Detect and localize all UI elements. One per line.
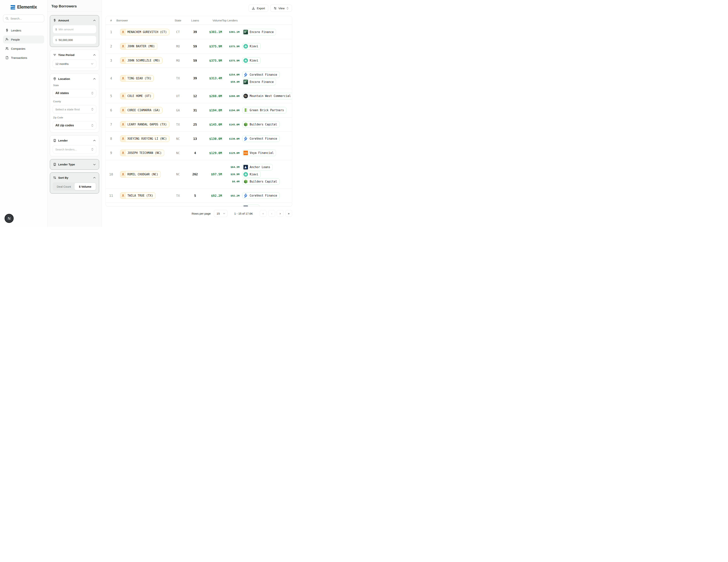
time-period-select[interactable]: 12 months xyxy=(53,60,96,68)
borrower-chip[interactable]: ROMIL CHUDGAR (NC) xyxy=(120,171,161,177)
lender-name: Voya Financial xyxy=(250,151,274,155)
column-header-borrower[interactable]: Borrower xyxy=(116,19,175,22)
loans-cell: 25 xyxy=(190,123,200,126)
lenders-cell: $145.0MBuilders Capital xyxy=(222,119,292,130)
borrower-cell: XUEYING XUEYING LI (NC) xyxy=(116,135,175,142)
borrower-chip[interactable]: JOHN BAXTER (MO) xyxy=(120,43,157,49)
lender-chip[interactable]: Encore Finance xyxy=(242,29,276,35)
loans-cell: 31 xyxy=(190,108,200,112)
lender-chip[interactable]: Builders Capital xyxy=(242,121,280,128)
sidebar-item-label: Lenders xyxy=(11,29,21,32)
pagination-buttons: « ‹ › » xyxy=(260,210,292,217)
sidebar-item-transactions[interactable]: Transactions xyxy=(3,54,44,62)
lender-line: $254.0MCoreVest Finance xyxy=(224,71,292,78)
dollar-icon xyxy=(5,29,9,32)
lenders-cell: $64.3MAnchor Loans$26.9MKiavi$6.4MBuilde… xyxy=(222,162,292,187)
sort-option-volume[interactable]: $ Volume xyxy=(75,183,96,190)
kiavi-logo xyxy=(243,44,248,49)
encore-finance-logo xyxy=(243,30,248,34)
borrower-chip[interactable]: COLE HOME (UT) xyxy=(120,93,154,99)
lender-amount: $130.0M xyxy=(224,137,239,140)
search-placeholder: Search... xyxy=(10,17,22,20)
lender-name: Encore Finance xyxy=(250,30,274,34)
borrower-chip[interactable]: XUEYING XUEYING LI (NC) xyxy=(120,135,169,142)
amount-card-header[interactable]: Amount xyxy=(53,18,96,23)
page-title: Top Borrowers xyxy=(50,0,99,12)
lender-chip[interactable]: Kiavi xyxy=(242,171,261,177)
lender-chip[interactable]: Green Brick Partners xyxy=(242,107,286,113)
borrower-chip[interactable]: JOHN SCHMELZLE (MO) xyxy=(120,57,162,64)
sidebar-item-people[interactable]: People xyxy=(3,35,44,43)
lender-chip[interactable]: CoreVest Finance xyxy=(242,135,280,142)
state-select[interactable]: All states xyxy=(53,89,96,97)
lender-chip[interactable]: CoreVest Finance xyxy=(242,192,280,199)
zip-label: Zip Code xyxy=(53,116,96,119)
lender-chip[interactable]: CoreVest Finance xyxy=(242,71,280,78)
lender-chip[interactable]: VOYAVoya Financial xyxy=(242,150,276,156)
table-header-row: # Borrower State Loans Volume Top Lender… xyxy=(106,16,292,25)
max-amount-input[interactable]: $ 50,000,000 xyxy=(53,36,96,44)
filter-card-location: Location State All states County Select … xyxy=(50,74,99,132)
chevrons-up-down-icon xyxy=(91,148,94,151)
lender-line: $194.8MGreen Brick Partners xyxy=(224,107,292,113)
borrower-name: XUEYING XUEYING LI (NC) xyxy=(126,137,169,140)
state-cell: CT xyxy=(175,30,190,34)
download-icon xyxy=(252,7,255,10)
lender-line: $375.9MKiavi xyxy=(224,57,292,64)
state-value: All states xyxy=(55,91,89,95)
export-button[interactable]: Export xyxy=(249,5,268,12)
county-select[interactable]: Select a state first xyxy=(53,105,96,113)
lender-chip[interactable]: Builders Capital xyxy=(242,178,280,185)
borrower-chip[interactable]: MENACHEM GUREVITCH (CT) xyxy=(120,29,169,35)
column-header-rank[interactable]: # xyxy=(106,19,116,22)
borrower-chip[interactable]: TING QIAO (TX) xyxy=(120,75,154,82)
column-header-top-lenders[interactable]: Top Lenders xyxy=(222,19,292,22)
lender-chip[interactable]: Kiavi xyxy=(242,43,261,49)
search-input[interactable]: Search... xyxy=(3,15,44,22)
elementix-logo-icon xyxy=(10,5,16,9)
sidebar-item-lenders[interactable]: Lenders xyxy=(3,26,44,34)
state-cell: UT xyxy=(175,94,190,98)
lender-card-header[interactable]: Lender xyxy=(53,138,96,143)
lender-chip[interactable]: Anchor Loans xyxy=(242,164,273,170)
loans-cell: 12 xyxy=(190,94,200,98)
sort-by-card-header[interactable]: Sort By xyxy=(53,175,96,180)
lender-chip[interactable]: Kiavi xyxy=(242,57,261,64)
rows-per-page-select[interactable]: 15 xyxy=(214,210,227,217)
zip-select[interactable]: All zip codes xyxy=(53,121,96,130)
time-period-card-header[interactable]: Time Period xyxy=(53,53,96,57)
first-page-button[interactable]: « xyxy=(260,210,267,217)
time-period-label: Time Period xyxy=(58,53,91,57)
currency-prefix: $ xyxy=(55,28,57,31)
prev-page-button[interactable]: ‹ xyxy=(268,210,275,217)
column-header-volume[interactable]: Volume xyxy=(200,19,222,22)
location-card-header[interactable]: Location xyxy=(53,76,96,81)
lender-search-select[interactable]: Search lenders... xyxy=(53,145,96,153)
filter-card-amount: Amount $ Min amount $ 50,000,000 xyxy=(50,15,99,47)
borrower-chip[interactable]: TWILA TRUE (TX) xyxy=(120,192,155,199)
lender-name: Anchor Loans xyxy=(250,165,270,169)
column-header-loans[interactable]: Loans xyxy=(190,19,200,22)
borrower-chip[interactable]: COREE CIAMARRA (GA) xyxy=(120,107,162,113)
lender-name: Kiavi xyxy=(250,45,258,48)
last-page-button[interactable]: » xyxy=(285,210,292,217)
lender-type-card-header[interactable]: Lender Type xyxy=(53,162,96,167)
view-button[interactable]: View xyxy=(270,5,292,12)
lenders-cell xyxy=(222,203,292,206)
min-amount-input[interactable]: $ Min amount xyxy=(53,25,96,33)
user-avatar[interactable]: N xyxy=(5,214,14,223)
lender-chip[interactable]: Encore Finance xyxy=(242,79,276,85)
borrower-chip[interactable]: JOSEPH TEICHMAN (NC) xyxy=(120,150,164,156)
column-header-state[interactable]: State xyxy=(175,19,190,22)
loans-cell: 39 xyxy=(190,30,200,34)
lender-amount: $6.4M xyxy=(224,180,239,183)
lender-chip[interactable]: NMountain West Commercial F xyxy=(242,93,292,99)
kiavi-logo xyxy=(243,172,248,177)
table-row: 5COLE HOME (UT)UT12$288.0M$288.0MNMounta… xyxy=(106,89,292,103)
borrower-name: JOHN SCHMELZLE (MO) xyxy=(126,59,162,62)
sort-option-deal-count[interactable]: Deal Count xyxy=(53,183,75,190)
borrower-chip[interactable]: LEARY RANDAL OAPOS (TX) xyxy=(120,121,169,128)
lender-chip[interactable] xyxy=(242,205,260,206)
sidebar-item-companies[interactable]: Companies xyxy=(3,45,44,53)
next-page-button[interactable]: › xyxy=(277,210,284,217)
